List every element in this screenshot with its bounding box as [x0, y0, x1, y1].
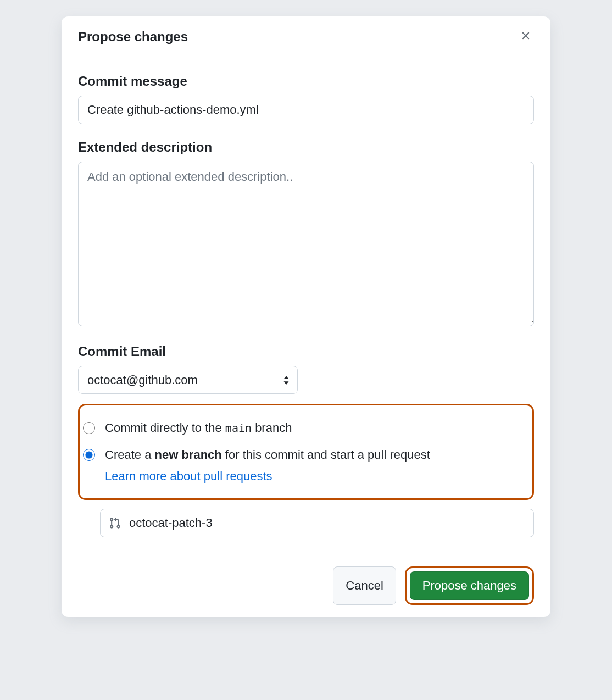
propose-changes-button[interactable]: Propose changes: [410, 571, 529, 600]
extended-description-group: Extended description: [78, 140, 534, 329]
commit-email-group: Commit Email octocat@github.com: [78, 344, 534, 394]
branch-name-wrapper: [100, 509, 534, 537]
commit-direct-radio[interactable]: [83, 422, 95, 434]
commit-email-select[interactable]: octocat@github.com: [78, 366, 298, 394]
branch-name-input[interactable]: [100, 509, 534, 537]
cancel-button[interactable]: Cancel: [333, 566, 396, 605]
commit-message-group: Commit message: [78, 74, 534, 124]
commit-email-label: Commit Email: [78, 344, 534, 359]
commit-message-label: Commit message: [78, 74, 534, 89]
create-branch-radio[interactable]: [83, 449, 95, 461]
create-branch-option[interactable]: Create a new branch for this commit and …: [83, 441, 529, 490]
learn-more-link[interactable]: Learn more about pull requests: [105, 467, 272, 485]
dialog-title: Propose changes: [78, 29, 188, 45]
extended-description-label: Extended description: [78, 140, 534, 155]
extended-description-input[interactable]: [78, 162, 534, 326]
dialog-footer: Cancel Propose changes: [62, 554, 550, 617]
commit-email-select-wrapper: octocat@github.com: [78, 366, 298, 394]
propose-changes-dialog: Propose changes Commit message Extended …: [62, 16, 550, 617]
dialog-header: Propose changes: [62, 16, 550, 57]
git-pull-request-icon: [109, 517, 121, 529]
close-icon: [520, 30, 532, 43]
branch-choice-group: Commit directly to the main branch Creat…: [78, 404, 534, 500]
commit-message-input[interactable]: [78, 96, 534, 124]
dialog-body: Commit message Extended description Comm…: [62, 57, 550, 554]
close-button[interactable]: [518, 27, 534, 46]
create-branch-label: Create a new branch for this commit and …: [105, 446, 430, 485]
commit-direct-label: Commit directly to the main branch: [105, 419, 292, 437]
propose-button-highlight: Propose changes: [405, 566, 534, 605]
commit-direct-option[interactable]: Commit directly to the main branch: [83, 414, 529, 441]
